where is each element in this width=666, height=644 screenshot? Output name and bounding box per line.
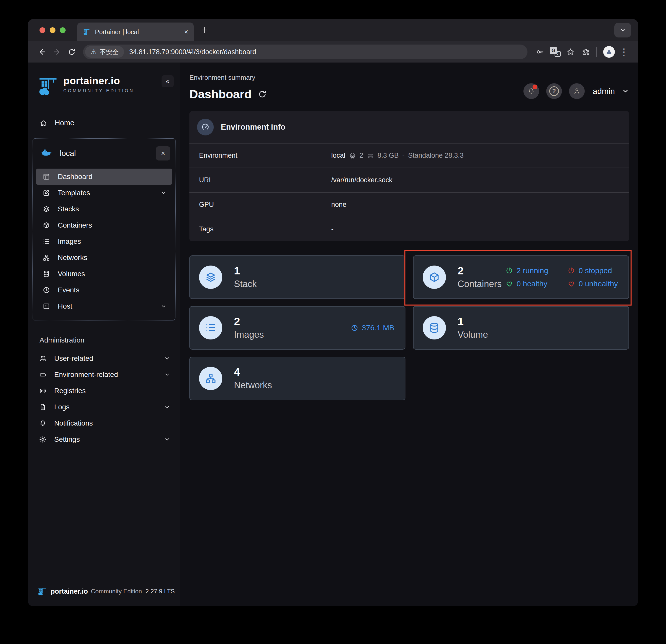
sidebar-item-home[interactable]: Home <box>39 119 180 127</box>
warning-triangle-icon: ⚠ <box>91 48 97 56</box>
environment-selector[interactable]: local × <box>36 142 172 164</box>
user-avatar[interactable] <box>569 83 585 99</box>
networks-count: 4 <box>234 366 272 378</box>
chevron-down-icon <box>164 404 170 410</box>
env-name-value: local <box>331 151 346 160</box>
environment-name: local <box>60 149 76 158</box>
reload-icon <box>68 48 76 56</box>
stat-healthy: 0 healthy <box>506 280 548 288</box>
environment-close-button[interactable]: × <box>156 146 170 161</box>
sidebar-item-user-related[interactable]: User-related <box>32 350 176 366</box>
dashboard-icon <box>42 173 50 180</box>
sidebar-item-networks[interactable]: Networks <box>36 250 172 266</box>
containers-card[interactable]: 2 Containers 2 running 0 stop <box>413 255 629 299</box>
sidebar-item-label: Settings <box>54 435 80 444</box>
sidebar-collapse-button[interactable]: « <box>161 75 174 87</box>
sidebar-item-registries[interactable]: Registries <box>32 383 176 399</box>
notifications-button[interactable] <box>523 83 539 99</box>
sidebar-item-logs[interactable]: Logs <box>32 399 176 415</box>
chevron-down-icon[interactable] <box>622 88 629 95</box>
new-tab-button[interactable]: + <box>201 25 208 35</box>
footer-edition: Community Edition <box>91 588 142 595</box>
sidebar-item-notifications[interactable]: Notifications <box>32 415 176 431</box>
sidebar-item-environment-related[interactable]: Environment-related <box>32 366 176 383</box>
administration-menu: User-related Environment-related Registr… <box>32 350 176 448</box>
security-badge[interactable]: ⚠ 不安全 <box>85 46 124 58</box>
networks-bubble <box>199 367 222 390</box>
browser-window: Portainer | local × + ⚠ 不安全 <box>28 19 638 606</box>
sidebar-item-dashboard[interactable]: Dashboard <box>36 168 172 185</box>
env-row-gpu: GPU none <box>189 192 629 217</box>
images-card[interactable]: 2 Images 376.1 MB <box>189 306 405 350</box>
address-bar[interactable]: ⚠ 不安全 34.81.178.79:9000/#!/3/docker/dash… <box>83 44 527 59</box>
stacks-icon <box>205 271 217 283</box>
stat-text: 2 running <box>516 266 548 275</box>
events-icon <box>42 286 50 294</box>
password-manager-button[interactable] <box>533 45 547 58</box>
tab-close-icon[interactable]: × <box>184 29 188 35</box>
profile-avatar[interactable] <box>603 46 615 58</box>
bookmark-button[interactable] <box>564 45 577 58</box>
main-content: Environment summary Dashboard ? <box>180 62 638 606</box>
stat-unhealthy: 0 unhealthy <box>567 280 618 288</box>
user-icon <box>573 87 581 95</box>
volume-label: Volume <box>458 329 488 340</box>
row-label: Environment <box>189 151 331 160</box>
logs-icon <box>39 403 47 411</box>
minimize-window-button[interactable] <box>50 27 55 33</box>
container-stats: 2 running 0 stopped 0 healthy <box>506 266 618 288</box>
back-button[interactable] <box>35 44 50 59</box>
close-window-button[interactable] <box>39 27 45 33</box>
desktop-background: Portainer | local × + ⚠ 不安全 <box>0 0 666 644</box>
containers-count: 2 <box>458 265 502 276</box>
containers-bubble <box>423 266 446 289</box>
maximize-window-button[interactable] <box>60 27 66 33</box>
sidebar-item-containers[interactable]: Containers <box>36 217 172 233</box>
stacks-bubble <box>199 266 222 289</box>
sidebar-item-templates[interactable]: Templates <box>36 185 172 201</box>
stacks-card[interactable]: 1 Stack <box>189 255 405 299</box>
brand-subtitle: COMMUNITY EDITION <box>63 88 134 93</box>
sidebar-item-label: Dashboard <box>58 173 92 181</box>
sidebar-item-host[interactable]: Host <box>36 298 172 315</box>
environment-info-panel: Environment info Environment local 2 8.3… <box>189 111 629 241</box>
gauge-icon <box>201 123 210 132</box>
home-icon <box>39 119 47 127</box>
back-arrow-icon <box>38 48 46 56</box>
tab-search-button[interactable] <box>614 23 631 37</box>
stat-text: 0 healthy <box>516 280 547 288</box>
help-icon: ? <box>549 86 559 96</box>
networks-card[interactable]: 4 Networks <box>189 357 405 400</box>
forward-arrow-icon <box>53 48 61 56</box>
env-row-environment: Environment local 2 8.3 GB - Standalone … <box>189 143 629 167</box>
power-icon <box>567 267 575 274</box>
extensions-button[interactable] <box>579 45 592 58</box>
browser-tab[interactable]: Portainer | local × <box>77 22 194 41</box>
browser-menu-button[interactable]: ⋮ <box>619 47 629 57</box>
images-bubble <box>199 316 222 339</box>
sidebar-item-label: Home <box>55 119 74 127</box>
memory-size: 8.3 GB <box>378 151 399 160</box>
sidebar-item-events[interactable]: Events <box>36 282 172 298</box>
sidebar-item-label: Stacks <box>58 205 79 213</box>
volumes-card[interactable]: 1 Volume <box>413 306 629 350</box>
stat-running: 2 running <box>506 266 548 275</box>
memory-icon <box>367 152 374 159</box>
translate-button[interactable]: G 文 <box>549 45 562 58</box>
sidebar-item-volumes[interactable]: Volumes <box>36 266 172 282</box>
tab-title: Portainer | local <box>95 28 179 36</box>
sidebar-item-settings[interactable]: Settings <box>32 431 176 448</box>
row-label: GPU <box>189 201 331 209</box>
forward-button[interactable] <box>50 44 64 59</box>
sidebar-item-label: Networks <box>58 254 87 262</box>
sidebar-item-images[interactable]: Images <box>36 233 172 250</box>
gpu-value: none <box>331 201 346 209</box>
key-icon <box>536 48 544 56</box>
refresh-icon[interactable] <box>258 90 267 99</box>
reload-button[interactable] <box>64 44 79 59</box>
volumes-bubble <box>423 316 446 339</box>
sidebar-item-stacks[interactable]: Stacks <box>36 201 172 217</box>
sidebar-item-label: Templates <box>58 189 90 197</box>
help-button[interactable]: ? <box>546 83 562 99</box>
templates-icon <box>42 189 50 197</box>
